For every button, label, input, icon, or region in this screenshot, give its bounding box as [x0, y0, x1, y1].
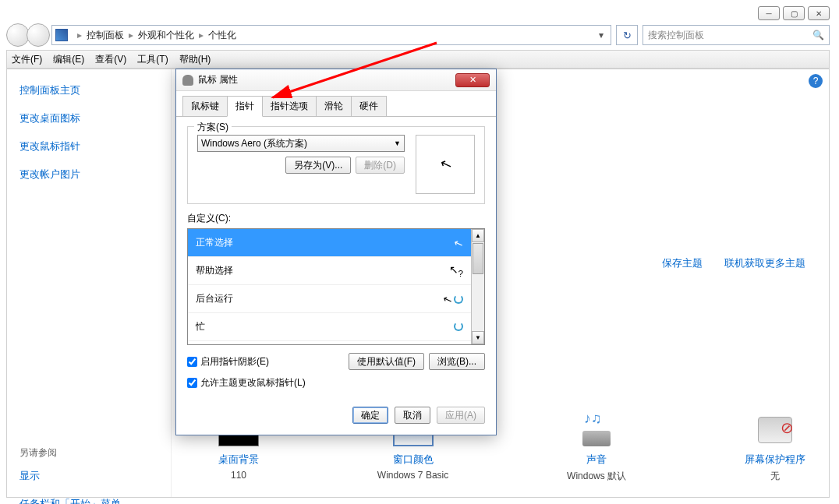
breadcrumb-l2[interactable]: 外观和个性化	[138, 29, 194, 42]
allow-theme-label: 允许主题更改鼠标指针(L)	[200, 376, 306, 389]
list-item-label: 帮助选择	[196, 264, 233, 277]
ok-button[interactable]: 确定	[352, 407, 388, 424]
dropdown-icon: ▼	[394, 139, 401, 147]
cursor-bg-icon: ↖	[443, 293, 463, 305]
browse-button[interactable]: 浏览(B)...	[429, 353, 485, 370]
window-color-sub: Windows 7 Basic	[377, 470, 448, 481]
scroll-up-button[interactable]: ▲	[472, 229, 484, 242]
shadow-label: 启用指针阴影(E)	[200, 355, 269, 368]
desktop-bg-label: 桌面背景	[218, 453, 259, 467]
scheme-select[interactable]: Windows Aero (系统方案) ▼	[197, 135, 405, 152]
mouse-properties-dialog: 鼠标 属性 ✕ 鼠标键 指针 指针选项 滑轮 硬件 方案(S) Windows …	[175, 69, 497, 435]
nav-buttons	[6, 23, 47, 47]
search-placeholder: 搜索控制面板	[648, 29, 704, 42]
refresh-button[interactable]: ↻	[616, 25, 638, 45]
tab-pointer-options[interactable]: 指针选项	[262, 96, 317, 116]
cursor-arrow-icon: ↖	[437, 154, 454, 174]
close-button[interactable]: ✕	[808, 6, 830, 20]
shadow-checkbox-input[interactable]	[187, 357, 197, 367]
sidebar-taskbar[interactable]: 任务栏和「开始」菜单	[19, 497, 158, 504]
tab-hardware[interactable]: 硬件	[351, 96, 387, 116]
dialog-footer: 确定 取消 应用(A)	[176, 399, 496, 435]
list-item-label: 正常选择	[196, 236, 233, 249]
dialog-titlebar[interactable]: 鼠标 属性 ✕	[176, 69, 496, 91]
mouse-icon	[182, 75, 193, 86]
maximize-button[interactable]: ▢	[783, 6, 805, 20]
menu-tools[interactable]: 工具(T)	[137, 53, 168, 66]
dialog-tabs: 鼠标键 指针 指针选项 滑轮 硬件	[176, 91, 496, 117]
allow-theme-checkbox[interactable]: 允许主题更改鼠标指针(L)	[187, 376, 485, 389]
list-item-help[interactable]: 帮助选择 ↖?	[188, 257, 471, 285]
sound-sub: Windows 默认	[567, 470, 626, 483]
dialog-title: 鼠标 属性	[198, 73, 238, 86]
menu-help[interactable]: 帮助(H)	[179, 53, 211, 66]
cursor-normal-icon: ↖	[452, 235, 466, 250]
address-bar: ▸ 控制面板 ▸ 外观和个性化 ▸ 个性化 ▾ ↻ 搜索控制面板 🔍	[6, 23, 830, 47]
breadcrumb[interactable]: ▸ 控制面板 ▸ 外观和个性化 ▸ 个性化 ▾	[51, 25, 611, 45]
breadcrumb-dropdown-icon[interactable]: ▾	[595, 30, 607, 41]
tab-mouse-keys[interactable]: 鼠标键	[182, 96, 228, 116]
menu-file[interactable]: 文件(F)	[12, 53, 42, 66]
screensaver-sub: 无	[745, 470, 805, 483]
custom-label: 自定义(C):	[187, 212, 485, 225]
sound-item[interactable]: 声音 Windows 默认	[567, 414, 626, 483]
menu-bar: 文件(F) 编辑(E) 查看(V) 工具(T) 帮助(H)	[6, 50, 830, 69]
screensaver-icon	[755, 414, 795, 446]
tab-wheel[interactable]: 滑轮	[316, 96, 352, 116]
cancel-button[interactable]: 取消	[395, 407, 430, 424]
listbox-scrollbar[interactable]: ▲ ▼	[471, 229, 484, 344]
window-controls: ─ ▢ ✕	[758, 6, 830, 20]
sidebar-home[interactable]: 控制面板主页	[19, 83, 158, 97]
cursor-help-icon: ↖?	[449, 263, 463, 278]
scheme-fieldset: 方案(S) Windows Aero (系统方案) ▼ 另存为(V)... 删除…	[187, 126, 485, 204]
list-item-background[interactable]: 后台运行 ↖	[188, 285, 471, 313]
sidebar: 控制面板主页 更改桌面图标 更改鼠标指针 更改帐户图片 另请参阅 显示 任务栏和…	[7, 69, 171, 497]
scheme-legend: 方案(S)	[194, 121, 232, 134]
menu-view[interactable]: 查看(V)	[95, 53, 126, 66]
sidebar-also-label: 另请参阅	[19, 446, 158, 460]
menu-edit[interactable]: 编辑(E)	[53, 53, 84, 66]
search-icon[interactable]: 🔍	[812, 30, 824, 41]
sidebar-desktop-icons[interactable]: 更改桌面图标	[19, 111, 158, 125]
sidebar-account-pic[interactable]: 更改帐户图片	[19, 167, 158, 182]
sidebar-mouse-pointers[interactable]: 更改鼠标指针	[19, 139, 158, 153]
scroll-down-button[interactable]: ▼	[472, 331, 484, 344]
cursor-listbox: 正常选择 ↖ 帮助选择 ↖? 后台运行 ↖ 忙 ▲	[187, 228, 485, 345]
breadcrumb-l3[interactable]: 个性化	[208, 29, 236, 42]
dialog-body: 方案(S) Windows Aero (系统方案) ▼ 另存为(V)... 删除…	[176, 117, 496, 399]
minimize-button[interactable]: ─	[758, 6, 780, 20]
window-color-label: 窗口颜色	[377, 453, 448, 467]
list-item-label: 后台运行	[196, 292, 233, 305]
save-theme-link[interactable]: 保存主题	[662, 257, 703, 269]
dialog-close-button[interactable]: ✕	[455, 73, 490, 87]
list-item-normal[interactable]: 正常选择 ↖	[188, 229, 471, 257]
sound-label: 声音	[567, 453, 626, 467]
apply-button: 应用(A)	[437, 407, 485, 424]
sidebar-display[interactable]: 显示	[19, 469, 158, 483]
more-themes-link[interactable]: 联机获取更多主题	[724, 257, 805, 269]
scheme-value: Windows Aero (系统方案)	[201, 137, 307, 150]
forward-button[interactable]	[27, 23, 50, 47]
screensaver-label: 屏幕保护程序	[745, 453, 805, 467]
list-item-busy[interactable]: 忙	[188, 313, 471, 341]
delete-button: 删除(D)	[356, 157, 405, 174]
control-panel-icon	[55, 29, 68, 41]
desktop-bg-sub: 110	[218, 470, 259, 481]
sound-icon	[576, 414, 617, 446]
search-input[interactable]: 搜索控制面板 🔍	[643, 25, 830, 45]
cursor-busy-icon	[454, 321, 463, 333]
save-as-button[interactable]: 另存为(V)...	[285, 157, 351, 174]
list-item-label: 忙	[196, 320, 205, 333]
allow-theme-checkbox-input[interactable]	[187, 378, 197, 388]
cursor-preview: ↖	[416, 135, 475, 194]
screensaver-item[interactable]: 屏幕保护程序 无	[745, 414, 805, 483]
breadcrumb-root[interactable]: 控制面板	[87, 29, 124, 42]
help-icon[interactable]: ?	[809, 74, 823, 88]
use-default-button[interactable]: 使用默认值(F)	[349, 353, 424, 370]
shadow-checkbox[interactable]: 启用指针阴影(E)	[187, 355, 269, 368]
theme-links: 保存主题 联机获取更多主题	[643, 256, 805, 270]
scroll-thumb[interactable]	[473, 243, 483, 274]
tab-pointers[interactable]: 指针	[227, 96, 263, 117]
